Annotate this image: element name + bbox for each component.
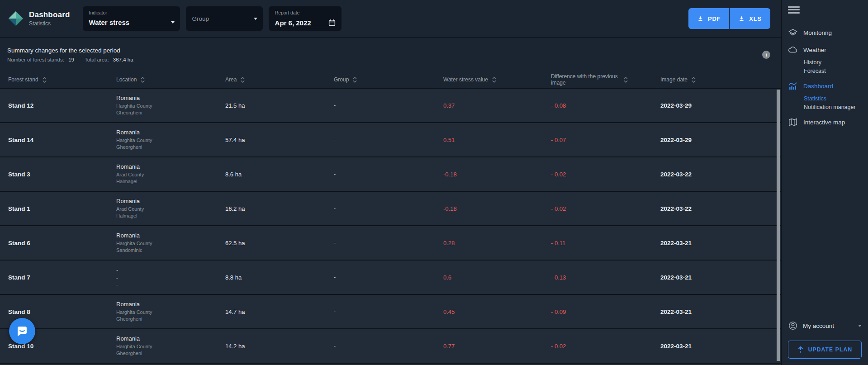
sidebar-item-monitoring[interactable]: Monitoring xyxy=(788,27,868,38)
group-select[interactable]: Group xyxy=(186,6,263,31)
column-header-forest-stand[interactable]: Forest stand xyxy=(8,76,116,83)
column-header-image-date[interactable]: Image date xyxy=(660,76,781,83)
total-area-value: 367.4 ha xyxy=(113,57,133,62)
export-xls-button[interactable]: XLS xyxy=(729,8,770,29)
report-date-value: Apr 6, 2022 xyxy=(275,19,311,27)
download-icon xyxy=(697,15,704,22)
stand-group: - xyxy=(334,343,443,349)
stand-location: Romania Harghita County Gheorgheni xyxy=(116,301,225,323)
column-label: Location xyxy=(116,76,137,83)
image-date: 2022-03-22 xyxy=(660,205,781,212)
export-pdf-button[interactable]: PDF xyxy=(688,8,729,29)
indicator-select[interactable]: Indicator Water stress xyxy=(83,6,180,31)
column-header-location[interactable]: Location xyxy=(116,76,225,83)
stand-group: - xyxy=(334,171,443,177)
difference-value: - 0.13 xyxy=(551,274,660,281)
topbar: Dashboard Statistics Indicator Water str… xyxy=(0,0,781,38)
table-row[interactable]: Stand 1 Romania Arad County Halmagel 16.… xyxy=(0,192,781,226)
water-stress-value: -0.18 xyxy=(443,205,551,212)
location-country: Romania xyxy=(116,129,225,136)
column-header-area[interactable]: Area xyxy=(225,76,334,83)
report-date-label: Report date xyxy=(275,10,336,15)
stand-name: Stand 3 xyxy=(8,171,116,178)
app-logo-icon xyxy=(7,10,24,27)
total-area-label: Total area: xyxy=(85,57,109,62)
column-header-group[interactable]: Group xyxy=(334,76,443,83)
chat-bubble-icon xyxy=(16,325,28,337)
stand-name: Stand 12 xyxy=(8,102,116,109)
chat-widget-button[interactable] xyxy=(9,318,35,344)
stands-count-label: Number of forest stands: xyxy=(7,57,64,62)
column-label: Water stress value xyxy=(443,76,488,83)
table-row[interactable]: Stand 8 Romania Harghita County Gheorghe… xyxy=(0,295,781,329)
sidebar-item-weather[interactable]: Weather xyxy=(788,44,868,56)
stand-group: - xyxy=(334,102,443,109)
location-locality: Gheorgheni xyxy=(116,109,225,116)
indicator-label: Indicator xyxy=(89,10,175,15)
image-date: 2022-03-21 xyxy=(660,240,781,246)
sidebar-item-notification-manager[interactable]: Notification manager xyxy=(804,103,868,112)
image-date: 2022-03-22 xyxy=(660,171,781,178)
difference-value: - 0.09 xyxy=(551,308,660,315)
column-label: Image date xyxy=(660,76,688,83)
dashboard-submenu: Statistics Notification manager xyxy=(788,95,868,112)
group-placeholder: Group xyxy=(192,15,209,22)
stand-location: Romania Arad County Halmagel xyxy=(116,198,225,220)
column-header-difference[interactable]: Difference with the previous image xyxy=(551,73,660,86)
table-row[interactable]: Stand 12 Romania Harghita County Gheorgh… xyxy=(0,89,781,123)
location-locality: Gheorgheni xyxy=(116,316,225,322)
sort-icon xyxy=(492,76,497,83)
sidebar-item-forecast[interactable]: Forecast xyxy=(804,67,868,76)
sidebar-item-dashboard[interactable]: Dashboard xyxy=(788,80,868,92)
stand-location: Romania Arad County Halmagel xyxy=(116,163,225,185)
table-row[interactable]: Stand 6 Romania Harghita County Sandomin… xyxy=(0,226,781,261)
report-date-picker[interactable]: Report date Apr 6, 2022 xyxy=(269,6,342,31)
account-menu[interactable]: My account xyxy=(788,321,862,331)
column-label: Forest stand xyxy=(8,76,38,83)
table-row[interactable]: Stand 14 Romania Harghita County Gheorgh… xyxy=(0,123,781,157)
difference-value: - 0.08 xyxy=(551,102,660,109)
location-county: Arad County xyxy=(116,206,225,213)
water-stress-value: 0.77 xyxy=(443,343,551,350)
column-header-water-stress[interactable]: Water stress value xyxy=(443,76,551,83)
location-locality: - xyxy=(116,281,225,288)
water-stress-value: 0.37 xyxy=(443,102,551,109)
location-country: Romania xyxy=(116,95,225,101)
sidebar-bottom: My account UPDATE PLAN xyxy=(782,321,868,359)
sidebar: Monitoring Weather History Forecast xyxy=(781,0,868,365)
menu-icon[interactable] xyxy=(788,5,800,15)
table-row[interactable]: Stand 7 - - - 8.8 ha - 0.6 - 0.13 2022-0… xyxy=(0,261,781,295)
stand-area: 14.7 ha xyxy=(225,308,334,315)
update-plan-label: UPDATE PLAN xyxy=(808,346,853,353)
difference-value: - 0.07 xyxy=(551,137,660,143)
sidebar-item-history[interactable]: History xyxy=(804,58,868,67)
table-body: Stand 12 Romania Harghita County Gheorgh… xyxy=(0,89,781,365)
sidebar-item-label: Monitoring xyxy=(803,29,832,36)
info-icon[interactable]: i xyxy=(762,51,770,59)
table-row[interactable]: Stand 10 Romania Harghita County Gheorgh… xyxy=(0,329,781,364)
stand-location: Romania Harghita County Gheorgheni xyxy=(116,335,225,357)
table-row[interactable]: Stand 3 Romania Arad County Halmagel 8.6… xyxy=(0,157,781,192)
sidebar-nav: Monitoring Weather History Forecast xyxy=(782,27,868,133)
table-scrollbar[interactable] xyxy=(777,90,780,361)
sidebar-item-statistics[interactable]: Statistics xyxy=(804,95,868,103)
main-area: Dashboard Statistics Indicator Water str… xyxy=(0,0,781,365)
location-county: Harghita County xyxy=(116,309,225,316)
location-country: Romania xyxy=(116,301,225,308)
brand-subtitle: Statistics xyxy=(29,20,70,27)
stand-group: - xyxy=(334,240,443,246)
location-country: Romania xyxy=(116,198,225,204)
location-locality: Sandominic xyxy=(116,247,225,254)
image-date: 2022-03-21 xyxy=(660,343,781,350)
difference-value: - 0.02 xyxy=(551,343,660,350)
stand-name: Stand 14 xyxy=(8,137,116,143)
sidebar-item-label: Dashboard xyxy=(803,83,833,90)
stand-location: Romania Harghita County Gheorgheni xyxy=(116,95,225,117)
water-stress-value: 0.51 xyxy=(443,137,551,143)
app-root: Dashboard Statistics Indicator Water str… xyxy=(0,0,868,365)
stand-name: Stand 7 xyxy=(8,274,116,281)
update-plan-button[interactable]: UPDATE PLAN xyxy=(788,341,862,359)
summary-stats: Number of forest stands: 19 Total area: … xyxy=(7,57,142,62)
location-locality: Gheorgheni xyxy=(116,144,225,151)
sidebar-item-interactive-map[interactable]: Interactive map xyxy=(788,116,868,128)
